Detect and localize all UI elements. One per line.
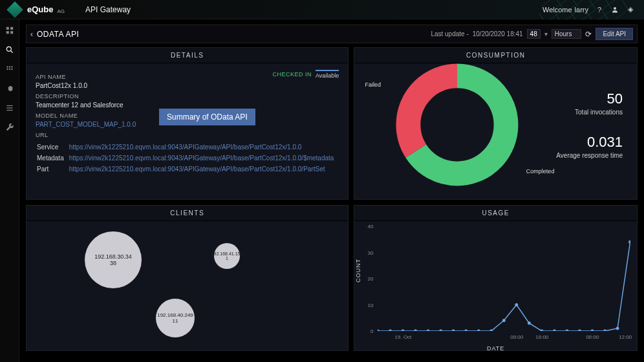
svg-point-38 <box>629 240 630 244</box>
url-part-label: Part <box>37 164 68 174</box>
avg-response-value: 0.031 <box>556 134 623 151</box>
svg-point-34 <box>578 329 581 331</box>
svg-point-22 <box>427 329 430 331</box>
svg-point-28 <box>502 319 506 322</box>
sidebar <box>0 19 19 362</box>
svg-rect-4 <box>10 31 13 34</box>
svg-point-7 <box>6 66 8 67</box>
usage-panel: USAGE COUNT DATE 0 10 20 30 40 <box>354 205 638 351</box>
svg-point-12 <box>11 69 12 70</box>
svg-point-11 <box>8 69 10 70</box>
svg-point-29 <box>515 303 519 306</box>
svg-point-23 <box>440 329 443 331</box>
url-label: URL <box>36 132 339 138</box>
available-tab[interactable]: Available <box>316 70 339 79</box>
x-axis-label: DATE <box>487 345 504 352</box>
gear-icon[interactable] <box>5 84 14 93</box>
back-chevron-icon[interactable]: ‹ <box>30 30 33 39</box>
svg-point-25 <box>465 329 468 331</box>
svg-point-35 <box>591 329 594 331</box>
svg-rect-14 <box>6 107 12 108</box>
svg-point-10 <box>6 69 8 70</box>
clients-bubble-chart[interactable]: 192.168.30.34 38 192.168.41.159 1 192.16… <box>27 221 348 350</box>
list-icon[interactable] <box>5 103 14 112</box>
details-panel: DETAILS CHECKED IN Available API NAME Pa… <box>26 47 349 200</box>
svg-point-37 <box>616 326 619 330</box>
api-name-value: PartCost12x 1.0.0 <box>36 82 339 89</box>
svg-point-32 <box>553 329 556 331</box>
dashboard-icon[interactable] <box>5 26 14 35</box>
app-title: API Gateway <box>85 5 131 14</box>
description-value: Teamcenter 12 and Salesforce <box>36 101 339 109</box>
svg-point-36 <box>603 329 606 331</box>
svg-point-9 <box>11 66 12 67</box>
description-label: DESCRIPTION <box>36 93 339 100</box>
svg-point-20 <box>402 329 405 331</box>
wrench-icon[interactable] <box>5 123 14 132</box>
url-part-link[interactable]: https://vinw2k1225210.eqvm.local:9043/AP… <box>69 164 338 174</box>
failed-label: Failed <box>365 81 381 88</box>
checked-in-badge: CHECKED IN <box>273 71 312 78</box>
client-bubble[interactable]: 192.168.30.34 38 <box>85 231 142 288</box>
brand-name: eQube <box>27 5 53 14</box>
client-bubble[interactable]: 192.168.40.249 11 <box>156 299 195 337</box>
svg-point-21 <box>414 329 418 331</box>
clients-title: CLIENTS <box>27 206 348 221</box>
last-update-date: 10/20/2020 18:41 <box>473 30 523 37</box>
last-update-prefix: Last update - <box>431 30 468 37</box>
svg-rect-1 <box>6 27 8 30</box>
svg-point-26 <box>477 329 480 331</box>
last-update-value[interactable]: 48 <box>527 29 541 39</box>
usage-line-chart[interactable]: COUNT DATE 0 10 20 30 40 19. <box>354 221 637 350</box>
total-invocations-label: Total invocations <box>556 109 623 116</box>
refresh-icon[interactable]: ⟳ <box>585 30 592 39</box>
svg-point-5 <box>6 47 11 51</box>
svg-rect-2 <box>10 27 13 30</box>
summary-tooltip: Summary of OData API <box>159 109 255 125</box>
svg-point-31 <box>541 329 544 331</box>
clients-panel: CLIENTS 192.168.30.34 38 192.168.41.159 … <box>26 205 349 351</box>
svg-rect-15 <box>6 110 12 111</box>
search-icon[interactable] <box>5 45 14 54</box>
svg-point-24 <box>452 329 455 331</box>
consumption-panel: CONSUMPTION Failed Completed 50 Total in… <box>354 47 638 200</box>
total-invocations-value: 50 <box>556 90 623 107</box>
svg-point-33 <box>566 329 569 331</box>
client-bubble[interactable]: 192.168.41.159 1 <box>214 243 240 269</box>
url-metadata-label: Metadata <box>37 153 68 163</box>
svg-rect-3 <box>6 31 8 34</box>
brand-sub: AG <box>57 8 65 14</box>
svg-point-8 <box>8 66 10 67</box>
y-axis-label: COUNT <box>355 259 361 282</box>
logo-icon <box>6 1 23 17</box>
completed-label: Completed <box>526 168 555 175</box>
page-title: ODATA API <box>37 30 79 39</box>
brand-logo[interactable]: eQube AG <box>9 4 65 16</box>
edit-api-button[interactable]: Edit API <box>596 28 633 40</box>
svg-point-19 <box>389 329 392 331</box>
svg-point-18 <box>378 329 379 331</box>
time-unit-select[interactable]: Hours <box>552 29 582 39</box>
url-service-label: Service <box>37 142 68 152</box>
url-service-link[interactable]: https://vinw2k1225210.eqvm.local:9043/AP… <box>69 142 338 152</box>
avg-response-label: Average response time <box>556 152 623 159</box>
details-title: DETAILS <box>27 48 348 63</box>
consumption-donut-chart[interactable]: Failed Completed <box>389 57 525 193</box>
svg-point-30 <box>528 321 531 325</box>
grid-icon[interactable] <box>5 65 14 74</box>
usage-title: USAGE <box>354 206 637 221</box>
url-metadata-link[interactable]: https://vinw2k1225210.eqvm.local:9043/AP… <box>69 153 338 163</box>
svg-line-6 <box>10 51 12 53</box>
page-header: ‹ ODATA API Last update - 10/20/2020 18:… <box>26 25 638 43</box>
svg-rect-13 <box>6 105 12 106</box>
